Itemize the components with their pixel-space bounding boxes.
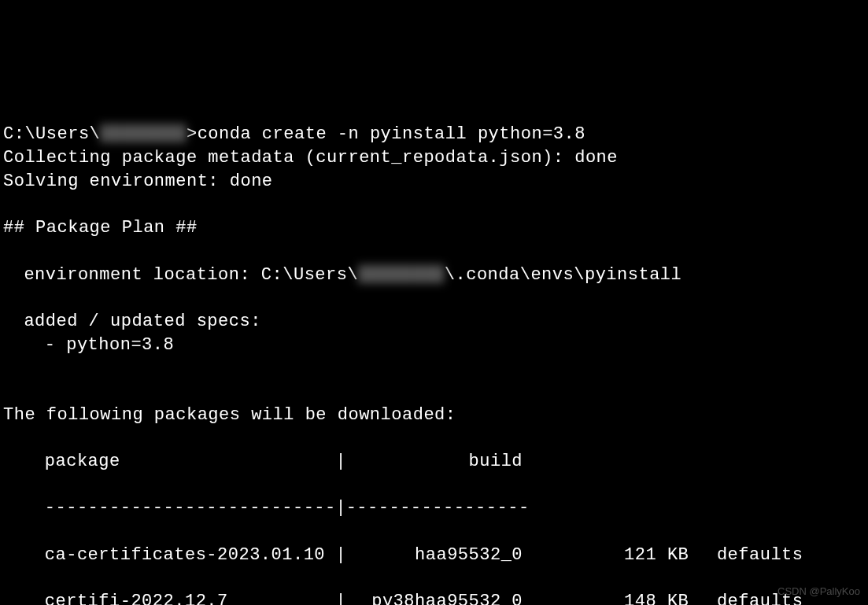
- package-name: certifi-2022.12.7: [45, 590, 336, 605]
- package-build: py38haa95532_0: [346, 590, 523, 605]
- col-header-sep: |: [335, 450, 345, 474]
- prompt-suffix: >: [187, 124, 198, 144]
- status-solving: Solving environment: done: [3, 172, 273, 191]
- table-divider: ---------------------------|------------…: [3, 496, 865, 520]
- table-row: ca-certificates-2023.01.10|haa95532_0121…: [3, 544, 865, 567]
- spec-item: - python=3.8: [3, 335, 174, 355]
- prompt-line: C:\Users\████████>conda create -n pyinst…: [3, 124, 585, 144]
- env-location-path: \.conda\envs\pyinstall: [445, 265, 681, 285]
- package-plan-header: ## Package Plan ##: [3, 218, 198, 238]
- package-sep: |: [335, 590, 345, 605]
- table-header: package|build: [3, 450, 865, 474]
- specs-label: added / updated specs:: [3, 312, 261, 331]
- package-name: ca-certificates-2023.01.10: [45, 544, 336, 567]
- divider-sep: |: [335, 496, 345, 520]
- package-channel: defaults: [689, 544, 803, 567]
- download-header: The following packages will be downloade…: [3, 405, 456, 425]
- prompt-redacted-user: ████████: [100, 123, 187, 146]
- status-collecting: Collecting package metadata (current_rep…: [3, 148, 618, 168]
- env-location-line: environment location: C:\Users\████████\…: [3, 265, 681, 285]
- prompt-prefix: C:\Users\: [3, 124, 100, 144]
- col-header-build: build: [346, 450, 523, 474]
- package-size: 148 KB: [523, 590, 689, 605]
- env-redacted-user: ████████: [358, 264, 445, 287]
- col-header-package: package: [45, 450, 336, 474]
- divider-left: ---------------------------: [45, 496, 336, 520]
- package-sep: |: [335, 544, 345, 567]
- package-table-body: ca-certificates-2023.01.10|haa95532_0121…: [3, 544, 865, 605]
- package-build: haa95532_0: [346, 544, 523, 567]
- terminal-output: C:\Users\████████>conda create -n pyinst…: [3, 100, 865, 605]
- package-size: 121 KB: [523, 544, 689, 567]
- table-row: certifi-2022.12.7|py38haa95532_0148 KBde…: [3, 590, 865, 605]
- env-location-label: environment location: C:\Users\: [24, 265, 358, 285]
- divider-right: -----------------: [346, 496, 523, 520]
- prompt-command: conda create -n pyinstall python=3.8: [198, 124, 585, 144]
- watermark: CSDN @PallyKoo: [778, 585, 860, 599]
